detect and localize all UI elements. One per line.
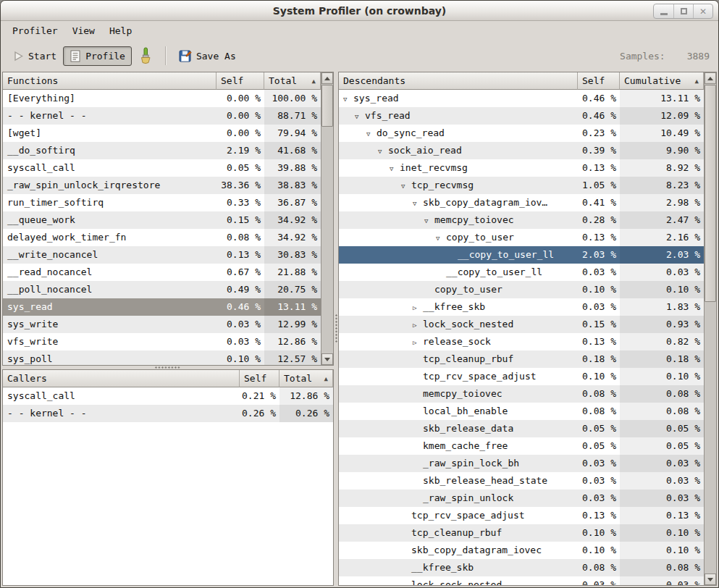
tree-row[interactable]: __copy_to_user_ll 2.03 % 2.03 %: [339, 246, 704, 264]
self-percent: 0.10 %: [578, 542, 620, 559]
window-titlebar[interactable]: System Profiler (on crownbay) ✕: [1, 1, 718, 21]
menu-profiler[interactable]: Profiler: [5, 23, 65, 38]
menu-help[interactable]: Help: [102, 23, 139, 38]
table-row[interactable]: sys_poll 0.10 % 12.57 %: [3, 350, 321, 365]
minimize-button[interactable]: [654, 4, 673, 18]
tree-row[interactable]: ▽copy_to_user 0.13 % 2.16 %: [339, 229, 704, 246]
expander-icon[interactable]: ▷: [413, 299, 423, 316]
table-row[interactable]: vfs_write 0.03 % 12.86 %: [3, 333, 321, 350]
self-percent: 0.03 %: [578, 264, 620, 281]
column-header-self[interactable]: Self: [240, 370, 279, 387]
maximize-button[interactable]: [673, 4, 693, 18]
column-header-functions[interactable]: Functions: [3, 72, 216, 90]
tree-row[interactable]: ▽tcp_recvmsg 1.05 % 8.23 %: [339, 177, 704, 194]
cumulative-percent: 0.03 %: [620, 264, 704, 281]
cumulative-percent: 12.09 %: [620, 107, 704, 125]
tree-row[interactable]: memcpy_toiovec 0.08 % 0.08 %: [339, 385, 704, 403]
scrollbar-thumb[interactable]: [705, 85, 716, 302]
tree-row[interactable]: ▽skb_copy_datagram_iov… 0.41 % 2.98 %: [339, 194, 704, 211]
tree-row[interactable]: lock_sock_nested 0.03 % 0.03 %: [339, 576, 704, 585]
tree-row[interactable]: ▽sys_read 0.46 % 13.11 %: [339, 90, 704, 107]
scrollbar-thumb[interactable]: [321, 85, 333, 127]
function-name: delayed_work_timer_fn: [3, 229, 216, 246]
tree-row[interactable]: __kfree_skb 0.08 % 0.08 %: [339, 559, 704, 576]
tree-row[interactable]: tcp_cleanup_rbuf 0.10 % 0.10 %: [339, 524, 704, 542]
tree-row[interactable]: ▽vfs_read 0.46 % 12.09 %: [339, 107, 704, 125]
expander-icon[interactable]: ▷: [413, 334, 423, 350]
tree-row[interactable]: copy_to_user 0.10 % 0.10 %: [339, 281, 704, 298]
tree-row[interactable]: ▽inet_recvmsg 0.13 % 8.92 %: [339, 159, 704, 177]
tree-row[interactable]: skb_release_head_state 0.03 % 0.03 %: [339, 472, 704, 490]
column-header-total[interactable]: Total▲: [264, 72, 321, 90]
tree-row[interactable]: tcp_cleanup_rbuf 0.18 % 0.18 %: [339, 350, 704, 368]
column-header-descendants[interactable]: Descendants: [339, 72, 578, 90]
table-row[interactable]: run_timer_softirq 0.33 % 36.87 %: [3, 194, 321, 211]
expander-icon[interactable]: ▽: [401, 177, 411, 194]
tree-row[interactable]: ▽do_sync_read 0.23 % 10.49 %: [339, 125, 704, 142]
save-as-button[interactable]: Save As: [172, 46, 243, 66]
functions-scrollbar[interactable]: [321, 72, 333, 365]
column-header-total[interactable]: Total▲: [279, 370, 333, 387]
column-header-self[interactable]: Self: [578, 72, 620, 90]
expander-icon[interactable]: ▽: [355, 108, 365, 125]
tree-row[interactable]: tcp_rcv_space_adjust 0.13 % 0.13 %: [339, 507, 704, 524]
table-row[interactable]: __queue_work 0.15 % 34.92 %: [3, 211, 321, 229]
expander-icon[interactable]: ▽: [390, 160, 400, 177]
column-header-self[interactable]: Self: [216, 72, 264, 90]
self-percent: 0.03 %: [578, 576, 620, 585]
tree-row[interactable]: ▷release_sock 0.13 % 0.82 %: [339, 333, 704, 350]
table-row[interactable]: - - kernel - - 0.26 % 0.26 %: [3, 405, 333, 422]
tree-row[interactable]: skb_copy_datagram_iovec 0.10 % 0.10 %: [339, 542, 704, 559]
table-row[interactable]: sys_write 0.03 % 12.99 %: [3, 316, 321, 333]
table-row[interactable]: syscall_call 0.05 % 39.88 %: [3, 159, 321, 177]
table-row[interactable]: [wget] 0.00 % 79.94 %: [3, 125, 321, 142]
expander-icon[interactable]: ▷: [413, 316, 423, 333]
tree-row[interactable]: __copy_to_user_ll 0.03 % 0.03 %: [339, 264, 704, 281]
menu-view[interactable]: View: [65, 23, 102, 38]
scrollbar-up-button[interactable]: [321, 72, 333, 84]
tree-row[interactable]: ▷__kfree_skb 0.03 % 1.83 %: [339, 298, 704, 316]
reset-button[interactable]: [132, 43, 159, 69]
table-row[interactable]: syscall_call 0.21 % 12.86 %: [3, 387, 333, 405]
tree-row[interactable]: kmem_cache_free 0.05 % 0.05 %: [339, 437, 704, 455]
tree-row[interactable]: local_bh_enable 0.08 % 0.08 %: [339, 403, 704, 420]
expander-icon[interactable]: ▽: [378, 143, 388, 159]
table-row[interactable]: __write_nocancel 0.13 % 30.83 %: [3, 246, 321, 264]
scrollbar-down-button[interactable]: [705, 574, 716, 585]
table-row[interactable]: - - kernel - - 0.00 % 88.71 %: [3, 107, 321, 125]
scrollbar-down-button[interactable]: [321, 353, 333, 365]
expander-icon[interactable]: ▽: [424, 212, 434, 229]
descendants-scrollbar[interactable]: [704, 72, 716, 585]
scroll-down-icon: [324, 358, 330, 361]
self-percent: 0.39 %: [578, 142, 620, 159]
start-button[interactable]: Start: [7, 47, 63, 65]
profile-label: Profile: [85, 51, 125, 62]
tree-name-cell: ▷lock_sock_nested: [339, 316, 578, 333]
tree-row[interactable]: skb_release_data 0.05 % 0.05 %: [339, 420, 704, 437]
tree-row[interactable]: _raw_spin_lock_bh 0.03 % 0.03 %: [339, 455, 704, 472]
expander-icon[interactable]: ▽: [413, 195, 423, 211]
scrollbar-up-button[interactable]: [705, 72, 716, 84]
expander-icon[interactable]: ▽: [436, 230, 446, 246]
close-button[interactable]: ✕: [693, 4, 712, 18]
self-percent: 2.19 %: [216, 142, 264, 159]
expander-icon[interactable]: ▽: [343, 91, 353, 107]
tree-row[interactable]: ▷lock_sock_nested 0.15 % 0.93 %: [339, 316, 704, 333]
tree-name-cell: skb_copy_datagram_iovec: [339, 542, 578, 559]
cumulative-percent: 1.83 %: [620, 298, 704, 316]
table-row[interactable]: delayed_work_timer_fn 0.08 % 34.92 %: [3, 229, 321, 246]
profile-toggle-button[interactable]: Profile: [63, 46, 132, 66]
table-row[interactable]: __poll_nocancel 0.49 % 20.75 %: [3, 281, 321, 298]
tree-row[interactable]: _raw_spin_unlock 0.03 % 0.03 %: [339, 490, 704, 507]
table-row[interactable]: sys_read 0.46 % 13.11 %: [3, 298, 321, 316]
tree-row[interactable]: tcp_rcv_space_adjust 0.10 % 0.10 %: [339, 368, 704, 385]
table-row[interactable]: [Everything] 0.00 % 100.00 %: [3, 90, 321, 107]
tree-row[interactable]: ▽memcpy_toiovec 0.28 % 2.47 %: [339, 211, 704, 229]
column-header-cumulative[interactable]: Cumulative▲: [620, 72, 704, 90]
column-header-callers[interactable]: Callers: [3, 370, 240, 387]
table-row[interactable]: _raw_spin_unlock_irqrestore 38.36 % 38.8…: [3, 177, 321, 194]
table-row[interactable]: __read_nocancel 0.67 % 21.88 %: [3, 264, 321, 281]
expander-icon[interactable]: ▽: [366, 125, 377, 142]
tree-row[interactable]: ▽sock_aio_read 0.39 % 9.90 %: [339, 142, 704, 159]
table-row[interactable]: __do_softirq 2.19 % 41.68 %: [3, 142, 321, 159]
